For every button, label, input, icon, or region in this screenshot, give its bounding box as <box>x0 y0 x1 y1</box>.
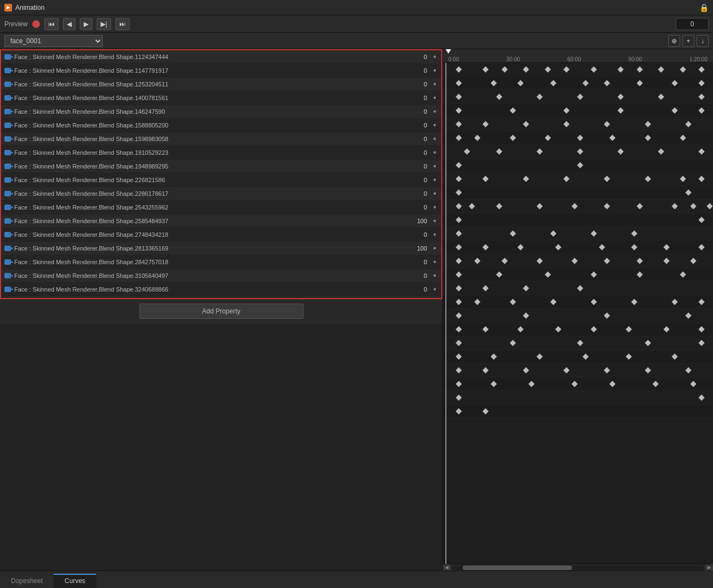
keyframe-diamond[interactable] <box>680 66 686 72</box>
keyframe-diamond[interactable] <box>455 121 461 127</box>
keyframe-diamond[interactable] <box>510 135 516 141</box>
keyframe-diamond[interactable] <box>699 94 705 100</box>
keyframe-diamond[interactable] <box>455 66 461 72</box>
keyframe-diamond[interactable] <box>490 80 496 86</box>
keyframe-diamond[interactable] <box>455 107 461 113</box>
record-keys-button[interactable]: ↓ <box>697 35 709 47</box>
playhead-marker[interactable] <box>446 49 451 54</box>
keyframe-diamond[interactable] <box>482 176 488 182</box>
property-value[interactable]: 0 <box>392 163 430 170</box>
property-value[interactable]: 0 <box>392 81 430 88</box>
property-dot-icon[interactable]: • <box>430 243 439 253</box>
property-dot-icon[interactable]: • <box>430 120 439 130</box>
keyframe-diamond[interactable] <box>577 135 583 141</box>
keyframe-diamond[interactable] <box>490 353 496 359</box>
keyframe-diamond[interactable] <box>482 244 488 250</box>
keyframe-diamond[interactable] <box>455 80 461 86</box>
play-button[interactable]: ▶ <box>80 18 92 30</box>
keyframe-diamond[interactable] <box>663 326 669 332</box>
keyframe-diamond[interactable] <box>550 80 556 86</box>
keyframe-diamond[interactable] <box>591 326 597 332</box>
property-value[interactable]: 0 <box>392 108 430 115</box>
add-keyframe-button[interactable]: + <box>682 35 694 47</box>
keyframe-diamond[interactable] <box>636 258 642 264</box>
property-value[interactable]: 100 <box>392 218 430 224</box>
keyframe-diamond[interactable] <box>455 94 461 100</box>
keyframe-diamond[interactable] <box>475 258 481 264</box>
property-value[interactable]: 0 <box>392 122 430 129</box>
prev-frame-button[interactable]: ◀ <box>63 18 75 30</box>
keyframe-diamond[interactable] <box>591 271 597 277</box>
property-row[interactable]: Face : Skinned Mesh Renderer.Blend Shape… <box>1 269 441 283</box>
keyframe-diamond[interactable] <box>455 340 461 346</box>
keyframe-diamond[interactable] <box>490 381 496 387</box>
keyframe-diamond[interactable] <box>577 162 583 168</box>
keyframe-diamond[interactable] <box>482 408 488 414</box>
keyframe-diamond[interactable] <box>626 326 632 332</box>
keyframe-diamond[interactable] <box>475 135 481 141</box>
keyframe-diamond[interactable] <box>455 135 461 141</box>
keyframe-diamond[interactable] <box>599 244 605 250</box>
keyframe-diamond[interactable] <box>685 189 691 195</box>
keyframe-diamond[interactable] <box>528 381 534 387</box>
keyframe-diamond[interactable] <box>636 80 642 86</box>
keyframe-diamond[interactable] <box>699 66 705 72</box>
keyframe-diamond[interactable] <box>691 203 697 209</box>
keyframe-diamond[interactable] <box>496 148 502 154</box>
keyframe-diamond[interactable] <box>571 203 577 209</box>
keyframe-diamond[interactable] <box>501 66 507 72</box>
keyframe-diamond[interactable] <box>617 148 623 154</box>
property-row[interactable]: Face : Skinned Mesh Renderer.Blend Shape… <box>1 296 441 299</box>
keyframe-diamond[interactable] <box>631 299 637 305</box>
property-dot-icon[interactable]: • <box>430 161 439 171</box>
add-property-button[interactable]: Add Property <box>139 304 303 319</box>
keyframe-diamond[interactable] <box>496 94 502 100</box>
keyframe-diamond[interactable] <box>631 230 637 236</box>
keyframe-diamond[interactable] <box>455 162 461 168</box>
keyframe-diamond[interactable] <box>550 230 556 236</box>
keyframe-diamond[interactable] <box>545 271 551 277</box>
keyframe-diamond[interactable] <box>482 367 488 373</box>
property-dot-icon[interactable]: • <box>430 175 439 185</box>
keyframe-diamond[interactable] <box>518 80 524 86</box>
keyframe-diamond[interactable] <box>604 258 610 264</box>
keyframe-diamond[interactable] <box>658 94 664 100</box>
skip-start-button[interactable]: ⏮ <box>44 18 59 30</box>
keyframe-diamond[interactable] <box>455 367 461 373</box>
property-dot-icon[interactable]: • <box>430 52 439 62</box>
keyframe-diamond[interactable] <box>545 135 551 141</box>
property-row[interactable]: Face : Skinned Mesh Renderer.Blend Shape… <box>1 255 441 269</box>
keyframe-diamond[interactable] <box>482 66 488 72</box>
property-dot-icon[interactable]: • <box>430 189 439 199</box>
keyframe-diamond[interactable] <box>699 107 705 113</box>
keyframe-diamond[interactable] <box>658 148 664 154</box>
keyframe-diamond[interactable] <box>577 340 583 346</box>
property-row[interactable]: Face : Skinned Mesh Renderer.Blend Shape… <box>1 187 441 201</box>
keyframe-diamond[interactable] <box>699 244 705 250</box>
clip-selector[interactable]: face_0001 <box>4 35 103 47</box>
keyframe-diamond[interactable] <box>691 381 697 387</box>
frame-counter[interactable]: 0 <box>676 18 709 30</box>
property-value[interactable]: 0 <box>392 272 430 279</box>
property-value[interactable]: 100 <box>392 245 430 252</box>
keyframe-diamond[interactable] <box>685 367 691 373</box>
property-row[interactable]: Face : Skinned Mesh Renderer.Blend Shape… <box>1 119 441 132</box>
keyframe-diamond[interactable] <box>536 353 542 359</box>
keyframe-diamond[interactable] <box>523 66 529 72</box>
keyframe-diamond[interactable] <box>482 121 488 127</box>
target-icon-button[interactable]: ⊕ <box>668 35 680 47</box>
keyframe-diamond[interactable] <box>636 203 642 209</box>
property-row[interactable]: Face : Skinned Mesh Renderer.Blend Shape… <box>1 78 441 91</box>
keyframe-diamond[interactable] <box>455 299 461 305</box>
property-row[interactable]: Face : Skinned Mesh Renderer.Blend Shape… <box>1 91 441 105</box>
keyframe-diamond[interactable] <box>523 285 529 291</box>
keyframe-diamond[interactable] <box>455 217 461 223</box>
tab-dopesheet[interactable]: Dopesheet <box>0 574 54 588</box>
skip-end-button[interactable]: ⏭ <box>115 18 130 30</box>
property-row[interactable]: Face : Skinned Mesh Renderer.Blend Shape… <box>1 132 441 146</box>
keyframe-diamond[interactable] <box>536 148 542 154</box>
keyframe-diamond[interactable] <box>455 326 461 332</box>
property-row[interactable]: Face : Skinned Mesh Renderer.Blend Shape… <box>1 146 441 160</box>
property-value[interactable]: 0 <box>392 149 430 156</box>
keyframe-diamond[interactable] <box>564 107 570 113</box>
